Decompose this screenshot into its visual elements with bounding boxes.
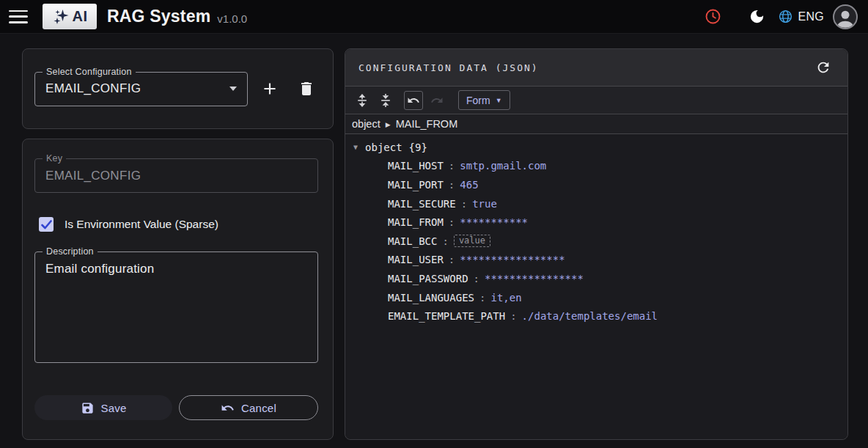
json-tree-row: MAIL_LANGUAGES : it,en <box>345 288 847 307</box>
main-content: Select Configuration EMAIL_CONFIG Key EM… <box>0 34 868 448</box>
json-tree-row: MAIL_USER : ***************** <box>345 251 847 270</box>
editor-mode-select[interactable]: Form ▼ <box>458 90 510 110</box>
json-field-value[interactable]: it,en <box>490 292 521 304</box>
save-floppy-icon <box>81 401 95 415</box>
menu-icon[interactable] <box>9 10 28 24</box>
json-field-key: EMAIL_TEMPLATE_PATH <box>388 310 505 322</box>
json-tree-row: MAIL_BCC : value <box>345 232 847 251</box>
json-field-colon: : <box>461 198 467 210</box>
json-editor-panel: CONFIGURATION DATA (JSON) <box>345 48 848 440</box>
app-version: v1.0.0 <box>217 8 247 25</box>
json-panel-title: CONFIGURATION DATA (JSON) <box>358 62 539 73</box>
json-field-colon: : <box>449 254 455 265</box>
redo-icon <box>430 94 444 107</box>
json-tree: ▼ object {9} MAIL_HOST : smtp.gmail.com … <box>345 134 847 439</box>
json-field-key: MAIL_USER <box>388 254 444 265</box>
json-tree-row: EMAIL_TEMPLATE_PATH : ./data/templates/e… <box>345 306 847 326</box>
json-field-key: MAIL_PORT <box>388 179 444 191</box>
json-editor-toolbar: Form ▼ <box>345 87 847 114</box>
language-globe-icon[interactable] <box>778 9 793 24</box>
plus-icon <box>260 79 279 98</box>
json-tree-row: MAIL_FROM : *********** <box>345 213 847 232</box>
collapse-all-icon <box>379 94 392 107</box>
logo-text: AI <box>73 8 88 25</box>
json-field-key: MAIL_HOST <box>388 160 444 172</box>
chevron-down-icon <box>229 87 237 91</box>
json-tree-row: MAIL_PASSWORD : **************** <box>345 269 847 288</box>
environment-value-checkbox-row[interactable]: Is Environment Value (Sparse) <box>39 217 318 232</box>
collapse-all-button[interactable] <box>376 91 395 110</box>
trash-icon <box>298 80 315 98</box>
json-field-colon: : <box>442 235 448 247</box>
cancel-button-label: Cancel <box>241 402 276 414</box>
avatar[interactable] <box>833 4 858 29</box>
json-panel-header: CONFIGURATION DATA (JSON) <box>345 49 847 87</box>
json-field-colon: : <box>449 216 455 228</box>
json-field-value[interactable]: *********** <box>460 216 528 228</box>
expand-all-button[interactable] <box>353 91 372 110</box>
json-field-key: MAIL_FROM <box>388 216 444 228</box>
refresh-icon <box>815 59 831 76</box>
undo-button[interactable] <box>404 91 423 110</box>
configuration-select-label: Select Configuration <box>43 67 136 77</box>
dark-mode-moon-icon[interactable] <box>749 8 765 25</box>
save-button[interactable]: Save <box>34 395 172 420</box>
json-tree-root-row: ▼ object {9} <box>345 138 847 157</box>
json-field-colon: : <box>479 292 485 304</box>
key-field[interactable]: Key EMAIL_CONFIG <box>34 158 318 193</box>
json-field-value[interactable]: ***************** <box>460 254 564 265</box>
breadcrumb-separator-icon: ▶ <box>386 120 391 128</box>
sparkles-icon <box>52 8 70 26</box>
app-title: RAG System <box>107 7 210 26</box>
topbar: AI RAG System v1.0.0 ENG <box>0 0 868 34</box>
json-field-value[interactable]: smtp.gmail.com <box>460 160 546 172</box>
json-tree-row: MAIL_PORT : 465 <box>345 175 847 194</box>
cancel-button[interactable]: Cancel <box>179 395 318 420</box>
json-field-value[interactable]: 465 <box>460 179 478 191</box>
json-field-key: MAIL_PASSWORD <box>388 273 468 284</box>
root-count-badge: {9} <box>409 142 427 153</box>
redo-button[interactable] <box>427 91 446 110</box>
json-field-colon: : <box>449 160 455 172</box>
mode-caret-icon: ▼ <box>496 97 502 104</box>
json-path-breadcrumb: object ▶ MAIL_FROM <box>345 114 847 134</box>
json-field-colon: : <box>449 179 455 191</box>
language-label[interactable]: ENG <box>798 10 824 23</box>
json-tree-row: MAIL_SECURE : true <box>345 194 847 213</box>
json-field-key: MAIL_SECURE <box>388 198 456 210</box>
add-configuration-button[interactable] <box>255 74 284 103</box>
collapse-triangle-icon[interactable]: ▼ <box>353 143 358 151</box>
description-field[interactable]: Description Email configuration <box>34 251 318 363</box>
json-tree-rows: MAIL_HOST : smtp.gmail.com MAIL_PORT : 4… <box>345 157 847 326</box>
refresh-button[interactable] <box>815 59 831 76</box>
json-field-value[interactable]: ./data/templates/email <box>522 310 658 322</box>
json-field-value[interactable]: **************** <box>485 273 584 284</box>
description-field-label: Description <box>43 246 98 257</box>
json-field-key: MAIL_LANGUAGES <box>388 292 474 304</box>
checkbox-label: Is Environment Value (Sparse) <box>65 218 218 231</box>
key-field-value: EMAIL_CONFIG <box>45 169 141 183</box>
configuration-select-value: EMAIL_CONFIG <box>45 81 229 96</box>
history-clock-icon[interactable] <box>704 7 722 26</box>
breadcrumb-root[interactable]: object <box>352 118 380 130</box>
app-logo: AI <box>43 4 97 29</box>
undo-arrow-icon <box>221 401 235 415</box>
configuration-form-panel: Key EMAIL_CONFIG Is Environment Value (S… <box>22 139 334 440</box>
json-field-value[interactable]: true <box>472 198 497 210</box>
form-actions: Save Cancel <box>34 395 318 428</box>
json-field-colon: : <box>474 273 479 284</box>
key-field-label: Key <box>43 153 66 164</box>
delete-configuration-button[interactable] <box>292 74 321 103</box>
undo-icon <box>407 94 420 107</box>
json-field-value[interactable]: value <box>454 235 490 247</box>
json-tree-row: MAIL_HOST : smtp.gmail.com <box>345 157 847 176</box>
editor-mode-label: Form <box>466 95 490 106</box>
root-type-label: object <box>365 142 402 153</box>
json-field-key: MAIL_BCC <box>388 235 437 247</box>
breadcrumb-current[interactable]: MAIL_FROM <box>396 118 458 130</box>
json-field-colon: : <box>510 310 516 322</box>
save-button-label: Save <box>101 402 127 414</box>
description-field-value: Email configuration <box>45 262 307 276</box>
checkbox-checked-icon[interactable] <box>39 217 54 232</box>
configuration-select[interactable]: Select Configuration EMAIL_CONFIG <box>34 72 248 106</box>
